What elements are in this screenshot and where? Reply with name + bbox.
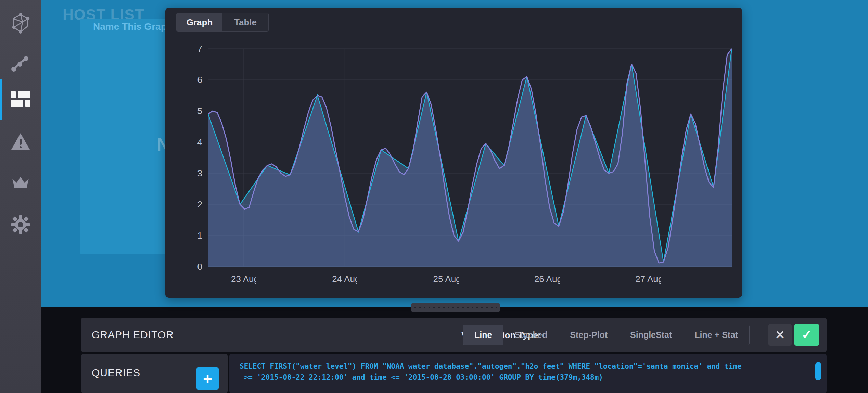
checkmark-icon: ✓ (802, 328, 812, 342)
queries-header: QUERIES + (81, 354, 228, 393)
dashboards-grid-icon (11, 91, 30, 109)
dismiss-editor-button[interactable]: ✕ (768, 324, 792, 346)
plus-icon: + (203, 369, 212, 388)
queries-title: QUERIES (92, 367, 140, 379)
viz-type-stacked[interactable]: Stacked (503, 325, 559, 345)
x-tick-label: 24 Aug (332, 274, 357, 286)
viz-type-line[interactable]: Line (463, 325, 503, 345)
influxql-query-text[interactable]: SELECT FIRST("water_level") FROM "NOAA_w… (240, 361, 811, 383)
graph-editor-header: GRAPH EDITOR Visualization Type: LineSta… (81, 318, 827, 352)
viz-type-step-plot[interactable]: Step-Plot (559, 325, 619, 345)
confirm-editor-button[interactable]: ✓ (794, 324, 819, 346)
sidebar-item-host-list[interactable] (0, 44, 41, 85)
viz-type-line-stat[interactable]: Line + Stat (683, 325, 749, 345)
y-tick-label: 4 (183, 137, 202, 148)
sidebar-item-admin[interactable] (0, 163, 41, 204)
y-tick-label: 0 (183, 262, 202, 272)
chart-svg[interactable] (208, 45, 732, 277)
x-tick-label: 23 Aug (231, 274, 256, 286)
alert-triangle-icon (11, 132, 30, 152)
x-tick-label: 25 Aug (433, 274, 459, 286)
add-query-button[interactable]: + (196, 367, 219, 390)
crown-icon (11, 175, 30, 192)
pulse-graph-icon (11, 54, 30, 75)
graph-editor-title: GRAPH EDITOR (92, 329, 174, 341)
viz-type-singlestat[interactable]: SingleStat (619, 325, 683, 345)
sidebar-item-chronograf-logo[interactable] (0, 3, 41, 45)
query-editor-field[interactable]: SELECT FIRST("water_level") FROM "NOAA_w… (229, 354, 827, 393)
y-tick-label: 1 (183, 230, 202, 241)
graph-name-placeholder[interactable]: Name This Graph (93, 21, 173, 32)
y-tick-label: 7 (183, 43, 202, 54)
y-tick-label: 6 (183, 75, 202, 85)
chart-area: 01234567 23 Aug24 Aug25 Aug26 Aug27 Aug (165, 8, 742, 298)
x-tick-label: 27 Aug (635, 274, 661, 286)
y-tick-label: 5 (183, 106, 202, 116)
resize-drag-handle[interactable] (411, 303, 500, 312)
sidebar-item-settings[interactable] (0, 205, 41, 246)
query-scrollbar-thumb[interactable] (815, 362, 821, 380)
graph-cell-panel: GraphTable 01234567 23 Aug24 Aug25 Aug26… (165, 8, 742, 298)
sidebar-item-dashboards[interactable] (0, 79, 41, 121)
x-tick-label: 26 Aug (534, 274, 560, 286)
y-tick-label: 2 (183, 199, 202, 210)
gear-icon (11, 215, 30, 236)
chronograf-logo-icon (10, 13, 31, 35)
visualization-type-group: LineStackedStep-PlotSingleStatLine + Sta… (463, 325, 750, 345)
sidebar-item-alerts[interactable] (0, 122, 41, 163)
sidebar (0, 0, 41, 393)
close-icon: ✕ (775, 328, 785, 342)
y-tick-label: 3 (183, 168, 202, 179)
